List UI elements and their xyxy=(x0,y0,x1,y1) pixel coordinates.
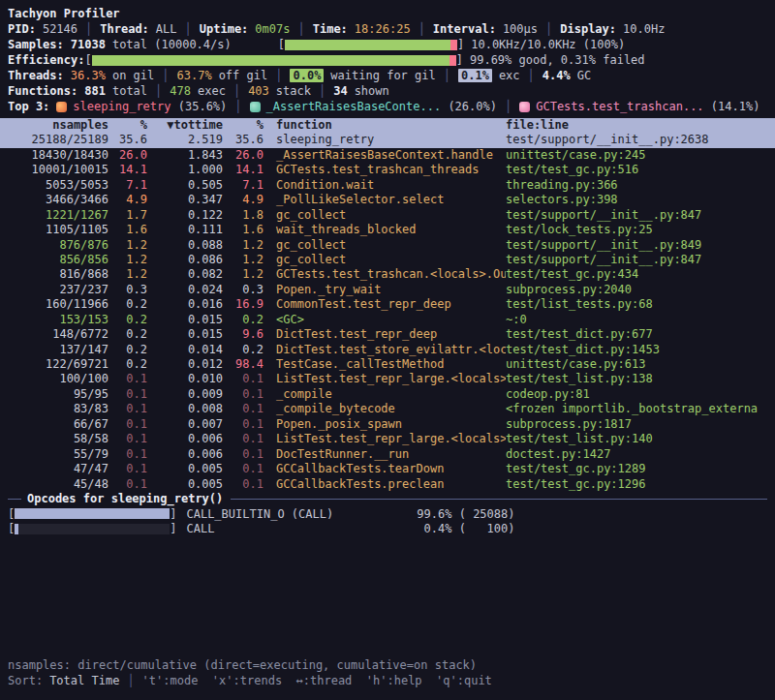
cell-pct-cumulative: 0.3 xyxy=(223,283,264,297)
table-row[interactable]: 95/950.10.0090.1_compilecodeop.py:81 xyxy=(0,387,775,402)
cell-function: _AssertRaisesBaseContext.handle xyxy=(264,148,506,163)
table-row[interactable]: 3466/34664.90.3474.9_PollLikeSelector.se… xyxy=(0,193,775,207)
opcode-name: CALL_BUILTIN_O (CALL) xyxy=(186,507,389,521)
top-function-2-icon xyxy=(250,102,261,112)
cell-pct-total: 14.1 xyxy=(108,163,147,177)
bar-bracket-open: [ xyxy=(8,522,15,535)
cell-file-line: test/support/__init__.py:849 xyxy=(506,238,775,253)
thread-value[interactable]: ALL xyxy=(156,22,177,36)
efficiency-bar-good-fill xyxy=(92,55,450,66)
top-function-1-name[interactable]: sleeping_retry xyxy=(73,100,170,113)
cell-nsamples: 25188/25189 xyxy=(8,133,108,147)
separator: │ xyxy=(162,69,169,82)
table-row[interactable]: 47/470.10.0050.1GCCallbackTests.tearDown… xyxy=(0,462,775,476)
cell-file-line: test/lock_tests.py:25 xyxy=(506,223,775,237)
cell-pct-total: 0.2 xyxy=(108,297,147,312)
functions-stack: 403 xyxy=(248,84,269,98)
top-function-3-name[interactable]: GCTests.test_trashcan... xyxy=(536,100,703,113)
sort-value[interactable]: Total Time xyxy=(49,674,119,687)
sort-label: Sort: xyxy=(8,674,43,687)
cell-pct-cumulative: 0.1 xyxy=(223,432,264,446)
cell-tottime: 0.122 xyxy=(147,208,223,223)
separator: │ xyxy=(505,100,512,113)
column-header-file-line[interactable]: file:line xyxy=(506,118,775,133)
cell-pct-total: 0.2 xyxy=(108,357,147,372)
table-row[interactable]: 83/830.10.0080.1_compile_bytecode<frozen… xyxy=(0,402,775,416)
cell-pct-cumulative: 1.6 xyxy=(223,223,264,237)
table-row[interactable]: 10001/1001514.11.00014.1GCTests.test_tra… xyxy=(0,163,775,177)
column-header-pct-cum[interactable]: % xyxy=(223,118,264,133)
bar-bracket-open: [ xyxy=(84,53,91,67)
waiting-gil-pct-badge: 0.0% xyxy=(290,69,324,82)
table-row[interactable]: 876/8761.20.0881.2gc_collecttest/support… xyxy=(0,238,775,253)
cell-tottime: 0.082 xyxy=(147,267,223,282)
table-row[interactable]: 856/8561.20.0861.2gc_collecttest/support… xyxy=(0,253,775,267)
time-label: Time: xyxy=(313,22,348,36)
off-gil-pct: 63.7% xyxy=(177,69,212,82)
table-row-selected[interactable]: 25188/2518935.62.51935.6sleeping_retryte… xyxy=(0,133,775,147)
cell-pct-total: 0.1 xyxy=(108,447,147,462)
cell-file-line: doctest.py:1427 xyxy=(506,447,775,462)
top-function-2-pct: (26.0%) xyxy=(441,100,497,113)
separator: │ xyxy=(319,84,326,98)
gc-label: GC xyxy=(577,69,591,82)
cell-pct-total: 0.2 xyxy=(108,343,147,357)
table-row[interactable]: 58/580.10.0060.1ListTest.test_repr_large… xyxy=(0,432,775,446)
functions-label: Functions: xyxy=(8,84,78,98)
thread-label: Thread: xyxy=(100,22,149,36)
opcode-count: ( 100) xyxy=(451,522,514,535)
pid-value: 52146 xyxy=(43,22,78,36)
cell-function: Popen._posix_spawn xyxy=(264,417,506,432)
samples-label: Samples: xyxy=(8,38,64,51)
table-row[interactable]: 66/670.10.0070.1Popen._posix_spawnsubpro… xyxy=(0,417,775,432)
cell-pct-total: 1.2 xyxy=(108,267,147,282)
table-row[interactable]: 122/697210.20.01298.4TestCase._callTestM… xyxy=(0,357,775,372)
bar-bracket-close: ] xyxy=(170,507,176,521)
cell-pct-cumulative: 0.1 xyxy=(223,372,264,386)
cell-function: CommonTest.test_repr_deep xyxy=(264,297,506,312)
cell-function: TestCase._callTestMethod xyxy=(264,357,506,372)
table-row[interactable]: 5053/50537.10.5057.1Condition.waitthread… xyxy=(0,178,775,193)
table-row[interactable]: 45/480.10.0050.1GCCallbackTests.preclean… xyxy=(0,477,775,492)
cell-pct-total: 1.7 xyxy=(108,208,147,223)
cell-pct-cumulative: 4.9 xyxy=(223,193,264,207)
table-row[interactable]: 18430/1843026.01.84326.0_AssertRaisesBas… xyxy=(0,148,775,163)
exc-pct-badge: 0.1% xyxy=(458,69,492,82)
separator: │ xyxy=(85,22,92,36)
cell-tottime: 1.843 xyxy=(147,148,223,163)
table-row[interactable]: 160/119660.20.01616.9CommonTest.test_rep… xyxy=(0,297,775,312)
uptime-label: Uptime: xyxy=(200,22,249,36)
cell-pct-cumulative: 35.6 xyxy=(223,133,264,147)
cell-tottime: 0.505 xyxy=(147,178,223,193)
cell-pct-total: 26.0 xyxy=(108,148,147,163)
column-header-pct-total[interactable]: % xyxy=(108,118,147,133)
cell-pct-total: 1.6 xyxy=(108,223,147,237)
cell-file-line: unittest/case.py:245 xyxy=(506,148,775,163)
cell-file-line: ~:0 xyxy=(506,313,775,327)
table-row[interactable]: 816/8681.20.0821.2GCTests.test_trashcan.… xyxy=(0,267,775,282)
cell-pct-total: 0.1 xyxy=(108,417,147,432)
column-header-nsamples[interactable]: nsamples xyxy=(8,118,108,133)
efficiency-summary: 99.69% good, 0.31% failed xyxy=(470,53,645,67)
separator: │ xyxy=(127,674,134,687)
table-row[interactable]: 1105/11051.60.1111.6wait_threads_blocked… xyxy=(0,223,775,237)
cell-file-line: subprocess.py:2040 xyxy=(506,283,775,297)
opcode-share-fill xyxy=(15,508,169,519)
column-header-tottime[interactable]: ▼tottime xyxy=(147,118,223,133)
table-row[interactable]: 237/2370.30.0240.3Popen._try_waitsubproc… xyxy=(0,283,775,297)
cell-pct-cumulative: 0.1 xyxy=(223,417,264,432)
table-row[interactable]: 153/1530.20.0150.2<GC>~:0 xyxy=(0,313,775,327)
cell-file-line: test/support/__init__.py:847 xyxy=(506,253,775,267)
table-row[interactable]: 100/1000.10.0100.1ListTest.test_repr_lar… xyxy=(0,372,775,386)
cell-nsamples: 5053/5053 xyxy=(8,178,108,193)
table-row[interactable]: 137/1470.20.0140.2DictTest.test_store_ev… xyxy=(0,343,775,357)
column-header-function[interactable]: function xyxy=(264,118,506,133)
cell-file-line: <frozen importlib._bootstrap_externa xyxy=(506,402,775,416)
cell-nsamples: 45/48 xyxy=(8,477,108,492)
table-row[interactable]: 55/790.10.0060.1DocTestRunner.__rundocte… xyxy=(0,447,775,462)
table-row[interactable]: 148/67720.20.0159.6DictTest.test_repr_de… xyxy=(0,327,775,342)
top-function-2-name[interactable]: _AssertRaisesBaseConte... xyxy=(266,100,442,113)
table-row[interactable]: 1221/12671.70.1221.8gc_collecttest/suppo… xyxy=(0,208,775,223)
cell-tottime: 0.012 xyxy=(147,357,223,372)
cell-pct-total: 35.6 xyxy=(108,133,147,147)
